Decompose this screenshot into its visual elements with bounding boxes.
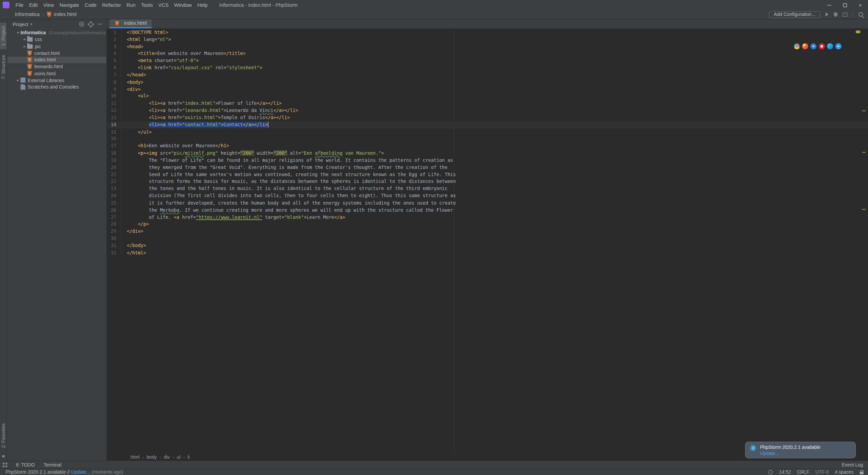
html-icon [27, 50, 32, 56]
code-line-6: 6 <link href="css/layout.css" rel="style… [107, 64, 868, 72]
code-editor[interactable]: 1<!DOCTYPE html>2<html lang="nl">3<head>… [107, 29, 868, 453]
search-everywhere-icon[interactable] [858, 12, 864, 17]
event-log-button[interactable]: Event Log [842, 462, 863, 467]
tree-item-contact-html[interactable]: contact.html [7, 50, 106, 57]
edge-icon[interactable] [827, 43, 833, 49]
todo-toolwindow-button[interactable]: 6: TODO [16, 462, 35, 467]
menu-view[interactable]: View [40, 2, 57, 8]
line-number: 31 [107, 242, 121, 249]
stripe-mark [862, 209, 866, 210]
bottom-tool-bar: 6: TODO Terminal Event Log [0, 460, 868, 468]
add-configuration-button[interactable]: Add Configuration... [769, 11, 820, 18]
status-widgets: 14:52 CRLF UTF-8 4 spaces [769, 469, 864, 475]
tree-item-css[interactable]: ▸css [7, 36, 106, 43]
menu-refactor[interactable]: Refactor [99, 2, 124, 8]
editor-tab-bar: index.html [107, 19, 868, 29]
line-content: <link href="css/layout.css" rel="stylesh… [121, 64, 262, 72]
maximize-button[interactable] [837, 0, 853, 10]
line-content: <h1>Een website over Maureen</h1> [121, 142, 229, 150]
status-bar: PhpStorm 2020.2.1 available // Update...… [0, 468, 868, 475]
code-line-28: 28 </p> [107, 221, 868, 228]
line-content: <li><a href="osiris.html">Temple of Osir… [121, 114, 290, 121]
line-content: </div> [121, 228, 143, 235]
menu-file[interactable]: File [13, 2, 26, 8]
menu-tools[interactable]: Tools [138, 2, 156, 8]
main-area: 1: Project7: Structure 2: Favorites★ Pro… [0, 19, 868, 460]
opera-icon[interactable] [819, 43, 825, 49]
notification-title: PhpStorm 2020.2.1 available [760, 444, 851, 450]
breadcrumb-project[interactable]: Informatica [15, 12, 40, 17]
inspections-indicator[interactable] [856, 31, 860, 33]
code-line-17: 17 <h1>Een website over Maureen</h1> [107, 142, 868, 150]
breadcrumb-html[interactable]: html [130, 454, 139, 460]
line-number: 32 [107, 249, 121, 256]
menu-edit[interactable]: Edit [26, 2, 41, 8]
tree-item-osiris-html[interactable]: osiris.html [7, 70, 106, 77]
tree-item-scratches-and-consoles[interactable]: Scratches and Consoles [7, 84, 106, 91]
chevron-collapsed-icon[interactable]: ▸ [16, 78, 21, 82]
stripe-mark [862, 152, 866, 153]
hide-panel-icon[interactable] [97, 24, 102, 24]
error-stripe [861, 29, 867, 453]
line-content: </body> [121, 242, 146, 249]
firefox-icon[interactable] [802, 43, 808, 49]
project-panel: Project ▾ ▾InformaticaD:\xampp\htdocs\In… [7, 19, 107, 460]
code-line-21: 21 Seed of Life the same vortex's motion… [107, 171, 868, 178]
line-separator[interactable]: CRLF [797, 469, 809, 475]
menu-window[interactable]: Window [171, 2, 195, 8]
minimize-button[interactable] [822, 0, 837, 10]
profiler-icon[interactable] [843, 13, 848, 16]
run-icon[interactable] [825, 12, 829, 17]
breadcrumb-body[interactable]: body [146, 454, 157, 460]
gear-icon[interactable] [88, 22, 93, 26]
line-number: 15 [107, 128, 121, 135]
breadcrumb-li[interactable]: li [187, 454, 189, 460]
tree-item-index-html[interactable]: index.html [7, 57, 106, 63]
menu-vcs[interactable]: VCS [156, 2, 171, 8]
safari-icon[interactable] [835, 43, 842, 49]
indent-style[interactable]: 4 spaces [835, 469, 854, 475]
file-encoding[interactable]: UTF-8 [815, 469, 829, 475]
breadcrumb-div[interactable]: div [164, 454, 170, 460]
project-panel-title[interactable]: Project [13, 21, 28, 27]
chevron-down-icon[interactable]: ▾ [31, 22, 33, 26]
menu-run[interactable]: Run [124, 2, 138, 8]
menu-code[interactable]: Code [82, 2, 99, 8]
tree-item-external-libraries[interactable]: ▸External Libraries [7, 77, 106, 84]
line-number: 14 [107, 121, 121, 128]
tree-item-pic[interactable]: ▸pic [7, 43, 106, 50]
browser-preview-panel [794, 43, 841, 49]
chevron-expanded-icon[interactable]: ▾ [16, 31, 21, 35]
terminal-toolwindow-button[interactable]: Terminal [44, 462, 61, 467]
notification-update-link[interactable]: Update... [760, 450, 851, 456]
tree-item-informatica[interactable]: ▾InformaticaD:\xampp\htdocs\Informatica [7, 30, 106, 36]
breadcrumb-file[interactable]: index.html [54, 12, 77, 17]
background-tasks-icon[interactable] [769, 470, 773, 474]
breadcrumb-ul[interactable]: ul [177, 454, 181, 460]
tab-index-html[interactable]: index.html [109, 19, 152, 28]
maximize-icon [843, 3, 847, 7]
close-button[interactable]: × [852, 0, 868, 10]
menu-navigate[interactable]: Navigate [57, 2, 82, 8]
ie-icon[interactable] [810, 43, 816, 49]
line-number: 29 [107, 228, 121, 235]
chevron-collapsed-icon[interactable]: ▸ [22, 37, 27, 42]
status-update-link[interactable]: Update... [71, 469, 90, 475]
line-number: 13 [107, 114, 121, 121]
caret-position[interactable]: 14:52 [779, 469, 791, 475]
chevron-collapsed-icon[interactable]: ▸ [22, 44, 27, 49]
code-line-32: 32</html> [107, 249, 868, 256]
stripe-tab-7-structure[interactable]: 7: Structure [0, 52, 7, 82]
project-panel-actions [79, 22, 102, 27]
chrome-icon[interactable] [794, 43, 800, 49]
lock-icon[interactable] [860, 471, 863, 474]
stripe-tab-1-project[interactable]: 1: Project [0, 23, 7, 49]
stripe-tab-2-favorites[interactable]: 2: Favorites [0, 420, 7, 451]
locate-file-icon[interactable] [79, 22, 84, 27]
code-line-7: 7</head> [107, 72, 868, 79]
debug-icon[interactable] [834, 12, 837, 17]
menu-help[interactable]: Help [195, 2, 210, 8]
line-number: 8 [107, 79, 121, 86]
tool-window-switcher-icon[interactable] [3, 462, 7, 467]
tree-item-leonardo-html[interactable]: leonardo.html [7, 63, 106, 70]
